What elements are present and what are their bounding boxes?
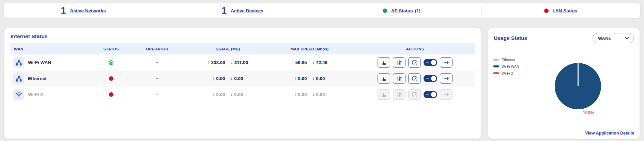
col-header-max-speed: MAX SPEED (Mbps) (264, 47, 355, 51)
speed-test-button-disabled (408, 89, 421, 100)
table-row-wifi-wan: Wi-Fi WAN -- ↑238.00 ↓311.90 ↑59.85 ↓72.… (10, 54, 475, 70)
wan-enable-toggle[interactable] (424, 91, 437, 98)
col-header-wan: WAN (10, 47, 99, 51)
wan-cell: Wi-Fi WAN (10, 57, 99, 68)
toggle-knob (431, 60, 436, 65)
legend-label: Ethernet (502, 58, 515, 62)
usage-pie-chart: 100% (555, 63, 601, 109)
active-networks-link[interactable]: Active Networks (70, 8, 106, 13)
settings-sliders-button-disabled (393, 89, 405, 100)
summary-bar: 1 Active Networks 1 Active Devices AP St… (3, 3, 641, 18)
wan-enable-toggle[interactable] (424, 59, 437, 66)
wifi-icon (13, 89, 24, 100)
actions-cell (355, 89, 475, 100)
speed-test-button[interactable] (408, 57, 421, 68)
wan-name: Wi-Fi WAN (28, 60, 51, 65)
table-row-wifi-2: Wi-Fi 2 -- ↑0.00 ↓0.00 ↑0.00 ↓0.00 (10, 87, 475, 103)
stat-active-networks: 1 Active Networks (4, 3, 163, 18)
download-arrow-icon: ↓ (312, 60, 315, 65)
usage-upload-value: 0.00 (216, 92, 225, 97)
usage-download-value: 0.00 (234, 76, 243, 81)
active-networks-count: 1 (61, 6, 66, 15)
usage-cell: ↑0.00 ↓0.00 (191, 92, 264, 97)
toggle-on-mark (426, 94, 429, 95)
usage-upload-value: 0.00 (216, 76, 225, 81)
col-header-actions: ACTIONS (355, 47, 475, 51)
ap-status-count: (1) (415, 8, 421, 13)
upload-arrow-icon: ↑ (212, 76, 215, 81)
status-disconnected-icon (109, 92, 113, 97)
active-devices-link[interactable]: Active Devices (231, 8, 263, 13)
internet-status-panel: Internet Status WAN STATUS OPERATOR USAG… (4, 28, 481, 139)
actions-cell (355, 57, 475, 68)
ap-status-link[interactable]: AP Status (391, 8, 413, 13)
toggle-on-mark (426, 78, 429, 79)
legend-item-ethernet: Ethernet (493, 58, 519, 62)
upload-arrow-icon: ↑ (292, 60, 294, 65)
chevron-down-icon (625, 37, 629, 40)
stat-active-devices: 1 Active Devices (163, 3, 322, 18)
max-speed-cell: ↑0.00 ↓0.00 (264, 92, 355, 97)
wan-table-header: WAN STATUS OPERATOR USAGE (MB) MAX SPEED… (10, 43, 475, 54)
details-arrow-button-disabled (440, 89, 453, 100)
actions-cell (355, 73, 475, 84)
operator-cell: -- (123, 76, 191, 81)
status-cell (99, 76, 123, 81)
wan-name: Wi-Fi 2 (28, 92, 43, 97)
settings-sliders-button[interactable] (393, 57, 405, 68)
legend-label: Wi-Fi WAN (502, 64, 519, 68)
view-application-details-link[interactable]: View Application Details (585, 131, 634, 136)
legend-item-wifi-wan: Wi-Fi WAN (493, 64, 519, 68)
usage-cell: ↑0.00 ↓0.00 (191, 76, 264, 81)
usage-download-value: 311.90 (234, 60, 248, 65)
usage-status-title: Usage Status (494, 35, 527, 41)
speed-upload-value: 0.00 (298, 92, 307, 97)
pie-percentage-label: 100% (573, 110, 604, 115)
upload-arrow-icon: ↑ (294, 92, 296, 97)
usage-cell: ↑238.00 ↓311.90 (191, 60, 264, 65)
legend-label: Wi-Fi 2 (502, 71, 513, 75)
statistics-button[interactable] (378, 57, 390, 68)
wan-name: Ethernet (28, 76, 47, 81)
max-speed-cell: ↑59.85 ↓72.46 (264, 60, 355, 65)
speed-download-value: 0.00 (316, 92, 325, 97)
legend-swatch (493, 59, 499, 61)
pie-legend: Ethernet Wi-Fi WAN Wi-Fi 2 (493, 58, 519, 75)
col-header-operator: OPERATOR (123, 47, 191, 51)
toggle-on-mark (426, 62, 429, 63)
speed-upload-value: 0.00 (298, 76, 307, 81)
upload-arrow-icon: ↑ (294, 76, 296, 81)
toggle-knob (431, 92, 436, 97)
status-connected-icon (109, 60, 113, 65)
legend-item-wifi-2: Wi-Fi 2 (493, 71, 519, 75)
details-arrow-button[interactable] (440, 73, 453, 84)
stat-ap-status: AP Status (1) (322, 3, 481, 18)
pie-slice-gap (578, 63, 579, 86)
usage-download-value: 0.00 (234, 92, 243, 97)
legend-swatch (493, 65, 499, 67)
speed-test-button[interactable] (408, 73, 421, 84)
usage-upload-value: 238.00 (211, 60, 225, 65)
wan-enable-toggle[interactable] (424, 75, 437, 82)
toggle-knob (431, 76, 436, 81)
settings-sliders-button[interactable] (393, 73, 405, 84)
operator-cell: -- (123, 60, 191, 65)
network-dashboard: 1 Active Networks 1 Active Devices AP St… (0, 0, 644, 141)
usage-status-header: Usage Status WANs (488, 28, 640, 43)
download-arrow-icon: ↓ (312, 92, 315, 97)
max-speed-cell: ↑0.00 ↓0.00 (264, 76, 355, 81)
status-cell (99, 92, 123, 97)
lan-status-link[interactable]: LAN Status (553, 8, 578, 13)
statistics-button[interactable] (378, 73, 390, 84)
active-devices-count: 1 (221, 6, 227, 15)
download-arrow-icon: ↓ (231, 60, 233, 65)
lan-status-red-dot-icon (544, 9, 549, 13)
legend-swatch (493, 72, 499, 74)
download-arrow-icon: ↓ (312, 76, 315, 81)
wans-dropdown-value: WANs (598, 36, 611, 41)
speed-download-value: 72.46 (316, 60, 327, 65)
download-arrow-icon: ↓ (231, 76, 233, 81)
wans-dropdown[interactable]: WANs (593, 33, 634, 43)
statistics-button-disabled (378, 89, 390, 100)
details-arrow-button[interactable] (440, 57, 453, 68)
